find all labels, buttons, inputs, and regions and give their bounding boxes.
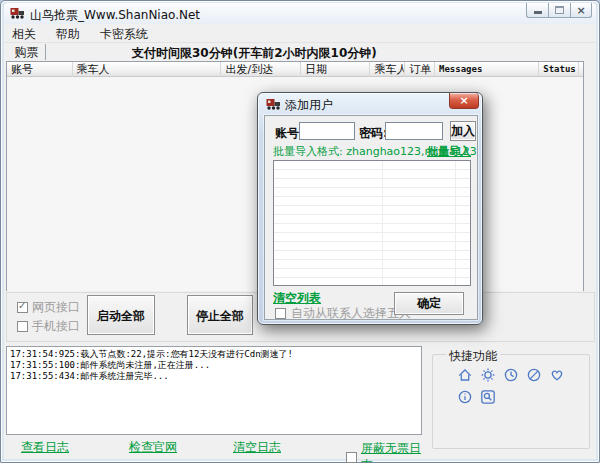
col-passenger2[interactable]: 乘车人 (370, 62, 405, 77)
menu-item-help[interactable]: 帮助 (48, 24, 88, 43)
block-noticket-checkbox[interactable]: 屏蔽无票日志 (346, 440, 422, 463)
search-square-icon[interactable] (480, 389, 496, 405)
web-api-label: 网页接口 (32, 299, 80, 316)
check-site-link[interactable]: 检查官网 (129, 439, 177, 456)
stop-all-button[interactable]: 停止全部 (187, 295, 253, 335)
dialog-body: 账号: 密码: 加入 批量导入格式: zhanghao123,mima123 批… (264, 115, 478, 320)
menu-item-card-system[interactable]: 卡密系统 (92, 24, 156, 43)
join-button[interactable]: 加入 (450, 121, 476, 141)
log-line: 17:31:55:100:邮件系统尚未注册,正在注册... (10, 360, 418, 371)
shortcut-groupbox: 快捷功能 (432, 354, 590, 449)
clear-log-link[interactable]: 清空日志 (233, 439, 281, 456)
tab-buy-ticket[interactable]: 购票 (8, 44, 46, 60)
view-log-link[interactable]: 查看日志 (21, 439, 69, 456)
clock-icon[interactable] (503, 367, 519, 383)
home-icon[interactable] (457, 367, 473, 383)
tab-strip: 购票 支付时间限30分钟(开车前2小时内限10分钟) (4, 43, 596, 60)
listbox-gridline (455, 161, 456, 285)
dialog-title: 添加用户 (285, 97, 333, 114)
minimize-button[interactable] (526, 3, 548, 18)
maximize-button[interactable] (548, 3, 570, 18)
payment-notice: 支付时间限30分钟(开车前2小时内限10分钟) (132, 45, 377, 62)
log-line: 17:31:55:434:邮件系统注册完毕... (10, 371, 418, 382)
start-all-button[interactable]: 启动全部 (87, 295, 155, 335)
add-user-dialog: 添加用户 × 账号: 密码: 加入 批量导入格式: zhanghao123,mi… (257, 92, 483, 325)
account-input[interactable] (299, 122, 355, 140)
window-title: 山鸟抢票_Www.ShanNiao.Net (30, 7, 200, 24)
user-listbox[interactable] (273, 160, 471, 286)
col-status[interactable]: Status (539, 62, 579, 77)
close-icon: × (576, 5, 585, 16)
col-filler (579, 62, 583, 77)
info-icon[interactable] (457, 389, 473, 405)
col-passenger[interactable]: 乘车人 (73, 62, 222, 77)
web-api-checkbox[interactable]: ✓ 网页接口 (17, 299, 80, 316)
mobile-api-checkbox-box[interactable] (17, 321, 28, 332)
password-input[interactable] (385, 122, 443, 140)
menubar: 相关 帮助 卡密系统 (4, 24, 596, 43)
col-messages[interactable]: Messages (435, 62, 539, 77)
col-route[interactable]: 出发/到达 (221, 62, 300, 77)
titlebar[interactable]: 山鸟抢票_Www.ShanNiao.Net × (4, 3, 596, 24)
auto-select-label: 自动从联系人选择五人 (291, 305, 411, 322)
app-train-icon (10, 6, 25, 20)
check-icon: ✓ (18, 300, 26, 311)
main-window: 山鸟抢票_Www.ShanNiao.Net × 相关 帮助 卡密系统 购票 支付… (0, 0, 600, 463)
log-box[interactable]: 17:31:54:925:载入节点数:22,提示:您有12天没有进行Cdn测速了… (6, 346, 422, 435)
footer-links: 查看日志 检查官网 清空日志 屏蔽无票日志 (6, 437, 422, 457)
block-noticket-label: 屏蔽无票日志 (361, 440, 422, 463)
batch-import-link[interactable]: 批量导入 (427, 144, 471, 159)
heart-icon[interactable] (549, 367, 565, 383)
ok-button[interactable]: 确定 (394, 292, 464, 315)
auto-select-checkbox[interactable]: 自动从联系人选择五人 (275, 305, 411, 322)
gear-icon[interactable] (480, 367, 496, 383)
password-label: 密码: (359, 125, 388, 142)
compass-slash-icon[interactable] (526, 367, 542, 383)
minimize-icon (534, 11, 542, 14)
col-account[interactable]: 账号 (7, 62, 73, 77)
col-order[interactable]: 订单 (405, 62, 435, 77)
shortcut-panel: 快捷功能 (425, 343, 596, 457)
col-date[interactable]: 日期 (301, 62, 371, 77)
web-api-checkbox-box[interactable]: ✓ (17, 302, 28, 313)
auto-select-checkbox-box[interactable] (275, 308, 286, 319)
listbox-gridline (382, 161, 383, 285)
dialog-close-button[interactable]: × (449, 93, 479, 109)
close-button[interactable]: × (570, 3, 592, 18)
dialog-train-icon (266, 97, 281, 111)
shortcut-title: 快捷功能 (446, 348, 500, 365)
mobile-api-label: 手机接口 (32, 318, 80, 335)
block-noticket-checkbox-box[interactable] (346, 452, 357, 463)
maximize-icon (555, 6, 564, 14)
log-line: 17:31:54:925:载入节点数:22,提示:您有12天没有进行Cdn测速了… (10, 349, 418, 360)
mobile-api-checkbox[interactable]: 手机接口 (17, 318, 80, 335)
menu-item-related[interactable]: 相关 (4, 24, 44, 43)
table-header-row: 账号 乘车人 出发/到达 日期 乘车人 订单 Messages Status (7, 62, 583, 77)
dialog-close-icon: × (459, 94, 468, 107)
